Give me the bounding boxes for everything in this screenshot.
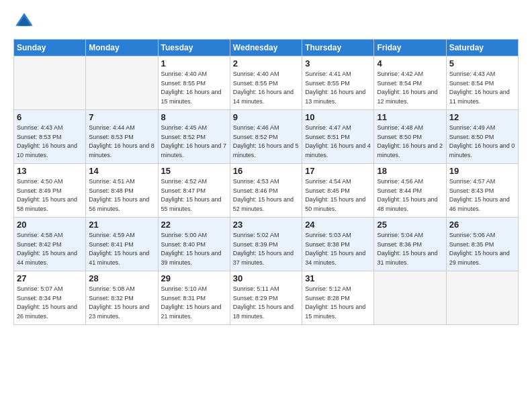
day-info: Sunrise: 4:51 AMSunset: 8:48 PMDaylight:… [89,177,154,214]
calendar-cell: 13Sunrise: 4:50 AMSunset: 8:49 PMDayligh… [14,164,86,218]
calendar-cell: 2Sunrise: 4:40 AMSunset: 8:55 PMDaylight… [230,56,302,110]
calendar-cell: 3Sunrise: 4:41 AMSunset: 8:55 PMDaylight… [302,56,374,110]
weekday-header-friday: Friday [374,40,446,56]
day-number: 23 [233,220,299,230]
calendar-cell: 9Sunrise: 4:46 AMSunset: 8:52 PMDaylight… [230,110,302,164]
calendar-cell: 22Sunrise: 5:00 AMSunset: 8:40 PMDayligh… [158,218,230,271]
day-number: 27 [17,273,83,283]
calendar-table: SundayMondayTuesdayWednesdayThursdayFrid… [13,39,519,325]
calendar-cell: 31Sunrise: 5:12 AMSunset: 8:28 PMDayligh… [302,271,374,325]
calendar-week-2: 6Sunrise: 4:43 AMSunset: 8:53 PMDaylight… [14,110,519,164]
day-number: 5 [449,58,515,68]
weekday-header-saturday: Saturday [446,40,518,56]
calendar-header-row: SundayMondayTuesdayWednesdayThursdayFrid… [14,40,519,56]
calendar-cell: 5Sunrise: 4:43 AMSunset: 8:54 PMDaylight… [446,56,518,110]
day-number: 18 [377,166,443,176]
calendar-cell: 10Sunrise: 4:47 AMSunset: 8:51 PMDayligh… [302,110,374,164]
day-info: Sunrise: 5:06 AMSunset: 8:35 PMDaylight:… [449,231,515,267]
day-info: Sunrise: 5:11 AMSunset: 8:29 PMDaylight:… [233,285,299,321]
day-info: Sunrise: 4:57 AMSunset: 8:43 PMDaylight:… [449,177,515,214]
day-info: Sunrise: 5:10 AMSunset: 8:31 PMDaylight:… [161,285,227,321]
logo-icon [13,11,35,32]
weekday-header-wednesday: Wednesday [230,40,302,56]
day-info: Sunrise: 5:00 AMSunset: 8:40 PMDaylight:… [161,231,227,267]
day-number: 31 [305,273,371,283]
day-number: 11 [377,112,443,122]
calendar-cell: 15Sunrise: 4:52 AMSunset: 8:47 PMDayligh… [158,164,230,218]
calendar-cell: 7Sunrise: 4:44 AMSunset: 8:53 PMDaylight… [86,110,158,164]
day-info: Sunrise: 4:46 AMSunset: 8:52 PMDaylight:… [233,124,299,160]
weekday-header-monday: Monday [86,40,158,56]
day-info: Sunrise: 5:07 AMSunset: 8:34 PMDaylight:… [17,285,83,321]
day-number: 7 [89,112,154,122]
calendar-cell: 6Sunrise: 4:43 AMSunset: 8:53 PMDaylight… [14,110,86,164]
day-info: Sunrise: 4:40 AMSunset: 8:55 PMDaylight:… [161,70,227,106]
calendar-cell: 11Sunrise: 4:48 AMSunset: 8:50 PMDayligh… [374,110,446,164]
day-info: Sunrise: 4:56 AMSunset: 8:44 PMDaylight:… [377,177,443,214]
calendar-cell: 1Sunrise: 4:40 AMSunset: 8:55 PMDaylight… [158,56,230,110]
day-info: Sunrise: 4:48 AMSunset: 8:50 PMDaylight:… [377,124,443,160]
calendar-cell: 8Sunrise: 4:45 AMSunset: 8:52 PMDaylight… [158,110,230,164]
day-info: Sunrise: 4:44 AMSunset: 8:53 PMDaylight:… [89,124,154,160]
calendar-week-4: 20Sunrise: 4:58 AMSunset: 8:42 PMDayligh… [14,218,519,271]
calendar-cell: 21Sunrise: 4:59 AMSunset: 8:41 PMDayligh… [86,218,158,271]
calendar-cell: 30Sunrise: 5:11 AMSunset: 8:29 PMDayligh… [230,271,302,325]
calendar-week-5: 27Sunrise: 5:07 AMSunset: 8:34 PMDayligh… [14,271,519,325]
day-info: Sunrise: 5:08 AMSunset: 8:32 PMDaylight:… [89,285,154,321]
day-info: Sunrise: 5:03 AMSunset: 8:38 PMDaylight:… [305,231,371,267]
weekday-header-thursday: Thursday [302,40,374,56]
calendar-cell: 24Sunrise: 5:03 AMSunset: 8:38 PMDayligh… [302,218,374,271]
calendar-cell: 17Sunrise: 4:54 AMSunset: 8:45 PMDayligh… [302,164,374,218]
day-number: 4 [377,58,443,68]
calendar-cell [14,56,86,110]
logo [13,11,38,32]
day-number: 1 [161,58,227,68]
calendar-cell: 16Sunrise: 4:53 AMSunset: 8:46 PMDayligh… [230,164,302,218]
day-number: 10 [305,112,371,122]
calendar-cell: 27Sunrise: 5:07 AMSunset: 8:34 PMDayligh… [14,271,86,325]
calendar-cell: 29Sunrise: 5:10 AMSunset: 8:31 PMDayligh… [158,271,230,325]
day-number: 15 [161,166,227,176]
day-number: 6 [17,112,83,122]
day-info: Sunrise: 4:45 AMSunset: 8:52 PMDaylight:… [161,124,227,160]
day-info: Sunrise: 4:42 AMSunset: 8:54 PMDaylight:… [377,70,443,106]
weekday-header-tuesday: Tuesday [158,40,230,56]
calendar-cell: 4Sunrise: 4:42 AMSunset: 8:54 PMDaylight… [374,56,446,110]
svg-rect-2 [21,20,28,26]
calendar-cell [374,271,446,325]
calendar-cell: 20Sunrise: 4:58 AMSunset: 8:42 PMDayligh… [14,218,86,271]
day-info: Sunrise: 4:54 AMSunset: 8:45 PMDaylight:… [305,177,371,214]
day-number: 21 [89,220,154,230]
day-info: Sunrise: 4:43 AMSunset: 8:54 PMDaylight:… [449,70,515,106]
calendar-cell: 26Sunrise: 5:06 AMSunset: 8:35 PMDayligh… [446,218,518,271]
calendar-cell: 28Sunrise: 5:08 AMSunset: 8:32 PMDayligh… [86,271,158,325]
day-info: Sunrise: 4:41 AMSunset: 8:55 PMDaylight:… [305,70,371,106]
calendar-cell [86,56,158,110]
day-number: 2 [233,58,299,68]
page: SundayMondayTuesdayWednesdayThursdayFrid… [0,0,532,411]
day-number: 14 [89,166,154,176]
calendar-week-1: 1Sunrise: 4:40 AMSunset: 8:55 PMDaylight… [14,56,519,110]
header [13,11,519,32]
calendar-week-3: 13Sunrise: 4:50 AMSunset: 8:49 PMDayligh… [14,164,519,218]
day-number: 26 [449,220,515,230]
day-number: 12 [449,112,515,122]
day-info: Sunrise: 5:12 AMSunset: 8:28 PMDaylight:… [305,285,371,321]
day-info: Sunrise: 4:47 AMSunset: 8:51 PMDaylight:… [305,124,371,160]
day-number: 20 [17,220,83,230]
day-number: 8 [161,112,227,122]
weekday-header-sunday: Sunday [14,40,86,56]
calendar-cell: 19Sunrise: 4:57 AMSunset: 8:43 PMDayligh… [446,164,518,218]
day-number: 13 [17,166,83,176]
calendar-cell: 14Sunrise: 4:51 AMSunset: 8:48 PMDayligh… [86,164,158,218]
day-number: 9 [233,112,299,122]
calendar-cell [446,271,518,325]
calendar-cell: 23Sunrise: 5:02 AMSunset: 8:39 PMDayligh… [230,218,302,271]
day-info: Sunrise: 4:43 AMSunset: 8:53 PMDaylight:… [17,124,83,160]
day-number: 16 [233,166,299,176]
day-info: Sunrise: 4:50 AMSunset: 8:49 PMDaylight:… [17,177,83,214]
day-info: Sunrise: 4:59 AMSunset: 8:41 PMDaylight:… [89,231,154,267]
day-number: 29 [161,273,227,283]
day-number: 28 [89,273,154,283]
day-number: 24 [305,220,371,230]
